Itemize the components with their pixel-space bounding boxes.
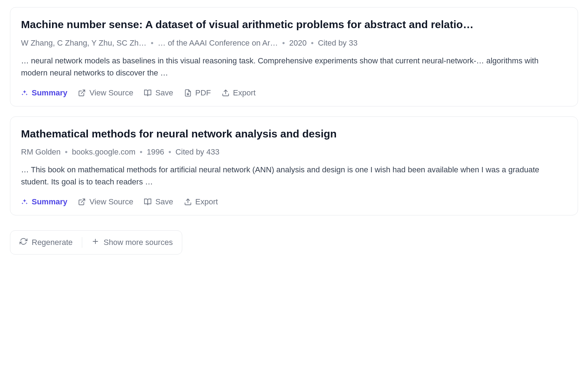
- result-venue: … of the AAAI Conference on Ar…: [158, 38, 278, 48]
- regenerate-label: Regenerate: [32, 238, 73, 247]
- result-actions: Summary View Source Save Export: [21, 197, 567, 206]
- result-card: Machine number sense: A dataset of visua…: [10, 7, 578, 106]
- show-more-label: Show more sources: [104, 238, 173, 247]
- export-button[interactable]: Export: [222, 88, 256, 98]
- save-label: Save: [155, 197, 173, 206]
- svg-line-3: [81, 199, 85, 203]
- export-label: Export: [233, 88, 256, 98]
- regenerate-button[interactable]: Regenerate: [20, 237, 73, 247]
- result-snippet: … neural network models as baselines in …: [21, 55, 567, 79]
- file-download-icon: [184, 89, 192, 97]
- upload-icon: [184, 198, 192, 206]
- footer-actions: Regenerate Show more sources: [10, 230, 182, 255]
- external-link-icon: [78, 198, 86, 206]
- meta-separator: •: [309, 38, 315, 48]
- meta-separator: •: [149, 38, 155, 48]
- result-year: 2020: [289, 38, 307, 48]
- summary-label: Summary: [32, 197, 67, 206]
- result-venue: books.google.com: [72, 147, 136, 157]
- result-citations: Cited by 33: [318, 38, 357, 48]
- pdf-label: PDF: [195, 88, 211, 98]
- summary-button[interactable]: Summary: [21, 88, 67, 98]
- result-title[interactable]: Machine number sense: A dataset of visua…: [21, 17, 567, 32]
- meta-separator: •: [63, 147, 69, 157]
- sparkle-icon: [21, 198, 28, 205]
- meta-separator: •: [138, 147, 144, 157]
- result-authors: RM Golden: [21, 147, 61, 157]
- svg-line-0: [81, 90, 85, 93]
- view-source-label: View Source: [89, 88, 133, 98]
- upload-icon: [222, 89, 230, 97]
- result-meta: W Zhang, C Zhang, Y Zhu, SC Zh… • … of t…: [21, 38, 567, 48]
- view-source-label: View Source: [89, 197, 133, 206]
- result-actions: Summary View Source Save PDF Export: [21, 88, 567, 98]
- view-source-button[interactable]: View Source: [78, 197, 133, 206]
- save-button[interactable]: Save: [144, 88, 173, 98]
- result-citations: Cited by 433: [175, 147, 220, 157]
- result-card: Mathematical methods for neural network …: [10, 116, 578, 216]
- summary-button[interactable]: Summary: [21, 197, 67, 206]
- result-snippet: … This book on mathematical methods for …: [21, 164, 567, 188]
- export-label: Export: [195, 197, 218, 206]
- pdf-button[interactable]: PDF: [184, 88, 211, 98]
- result-meta: RM Golden • books.google.com • 1996 • Ci…: [21, 147, 567, 157]
- result-title[interactable]: Mathematical methods for neural network …: [21, 127, 567, 141]
- view-source-button[interactable]: View Source: [78, 88, 133, 98]
- refresh-icon: [20, 237, 27, 247]
- meta-separator: •: [281, 38, 287, 48]
- book-icon: [144, 89, 152, 97]
- save-label: Save: [155, 88, 173, 98]
- export-button[interactable]: Export: [184, 197, 218, 206]
- external-link-icon: [78, 89, 86, 97]
- result-year: 1996: [147, 147, 164, 157]
- book-icon: [144, 198, 152, 206]
- show-more-sources-button[interactable]: Show more sources: [91, 237, 173, 247]
- summary-label: Summary: [32, 88, 67, 98]
- meta-separator: •: [167, 147, 173, 157]
- save-button[interactable]: Save: [144, 197, 173, 206]
- sparkle-icon: [21, 89, 28, 96]
- result-authors: W Zhang, C Zhang, Y Zhu, SC Zh…: [21, 38, 147, 48]
- divider: [82, 237, 82, 248]
- plus-icon: [91, 237, 99, 247]
